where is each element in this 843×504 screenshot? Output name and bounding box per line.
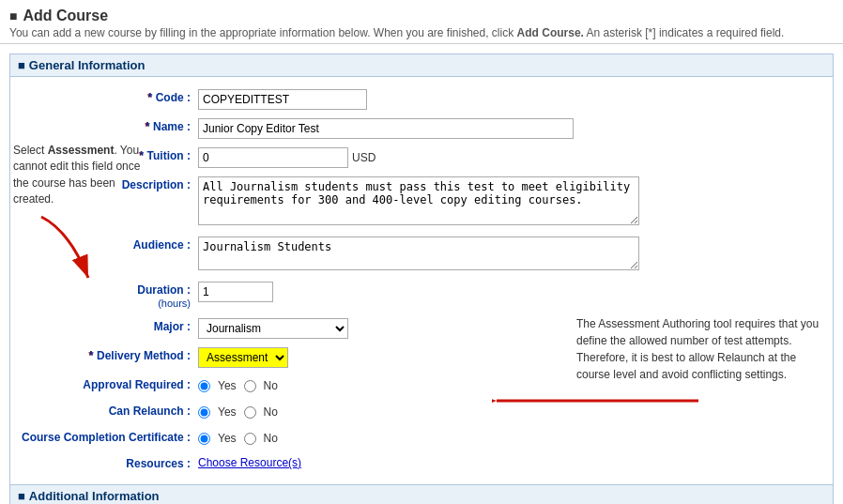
additional-section-icon: ■: [18, 489, 25, 503]
resources-field: Choose Resource(s): [198, 454, 833, 469]
completion-no-label: No: [264, 432, 278, 445]
tuition-field: USD: [198, 146, 833, 168]
completion-yes-radio[interactable]: [198, 433, 210, 445]
name-input[interactable]: [198, 118, 574, 139]
code-row: ** Code :: [10, 84, 833, 114]
left-annotation-arrow-icon: [13, 212, 107, 287]
delivery-method-select[interactable]: Assessment Online Classroom Blended: [198, 347, 288, 368]
duration-field: [198, 281, 833, 302]
additional-information-section: ■ Additional Information Add Course Clic…: [9, 485, 834, 504]
name-label: ** Name :: [10, 117, 198, 133]
major-select[interactable]: Journalism Business Science Arts: [198, 318, 348, 339]
approval-required-label: Approval Required :: [10, 375, 198, 391]
page-subtitle: You can add a new course by filling in t…: [9, 26, 834, 39]
description-field: All Journalism students must pass this t…: [198, 176, 833, 228]
tuition-input[interactable]: [198, 147, 348, 168]
general-information-header: ■ General Information: [10, 54, 833, 77]
relaunch-no-radio[interactable]: [244, 406, 256, 419]
description-input[interactable]: All Journalism students must pass this t…: [198, 176, 639, 225]
resources-row: Resources : Choose Resource(s): [10, 451, 833, 477]
can-relaunch-label: Can Relaunch :: [10, 402, 198, 418]
code-input[interactable]: [198, 89, 367, 110]
right-annotation-arrow-icon: [492, 387, 717, 415]
major-label: Major :: [10, 317, 198, 333]
completion-certificate-field: Yes No: [198, 428, 833, 445]
completion-certificate-row: Course Completion Certificate : Yes No: [10, 424, 833, 451]
relaunch-no-label: No: [264, 405, 278, 419]
code-label: ** Code :: [10, 88, 198, 104]
resources-label: Resources :: [10, 454, 198, 470]
currency-label: USD: [352, 151, 376, 164]
duration-input[interactable]: [198, 282, 273, 302]
audience-input[interactable]: Journalism Students: [198, 237, 639, 270]
approval-yes-label: Yes: [218, 379, 237, 392]
approval-no-label: No: [264, 379, 278, 392]
page-header: ■ Add Course You can add a new course by…: [0, 0, 843, 44]
add-course-icon: ■: [9, 8, 17, 23]
section-icon: ■: [18, 58, 25, 72]
completion-no-radio[interactable]: [244, 433, 256, 445]
completion-certificate-label: Course Completion Certificate :: [10, 428, 198, 444]
page-title: Add Course: [23, 8, 108, 24]
relaunch-yes-label: Yes: [218, 405, 237, 419]
choose-resource-link[interactable]: Choose Resource(s): [198, 453, 301, 469]
completion-yes-label: Yes: [218, 432, 237, 445]
approval-no-radio[interactable]: [244, 380, 256, 392]
delivery-method-label: ** Delivery Method :: [10, 346, 198, 362]
additional-information-header: ■ Additional Information: [10, 485, 833, 504]
name-row: ** Name :: [10, 114, 833, 143]
right-annotation: The Assessment Authoring tool requires t…: [576, 315, 830, 415]
left-annotation: Select Assessment. You cannot edit this …: [13, 143, 143, 287]
code-field: [198, 88, 833, 110]
name-field: [198, 117, 833, 139]
relaunch-yes-radio[interactable]: [198, 406, 210, 419]
audience-field: Journalism Students: [198, 236, 833, 273]
approval-yes-radio[interactable]: [198, 380, 210, 392]
